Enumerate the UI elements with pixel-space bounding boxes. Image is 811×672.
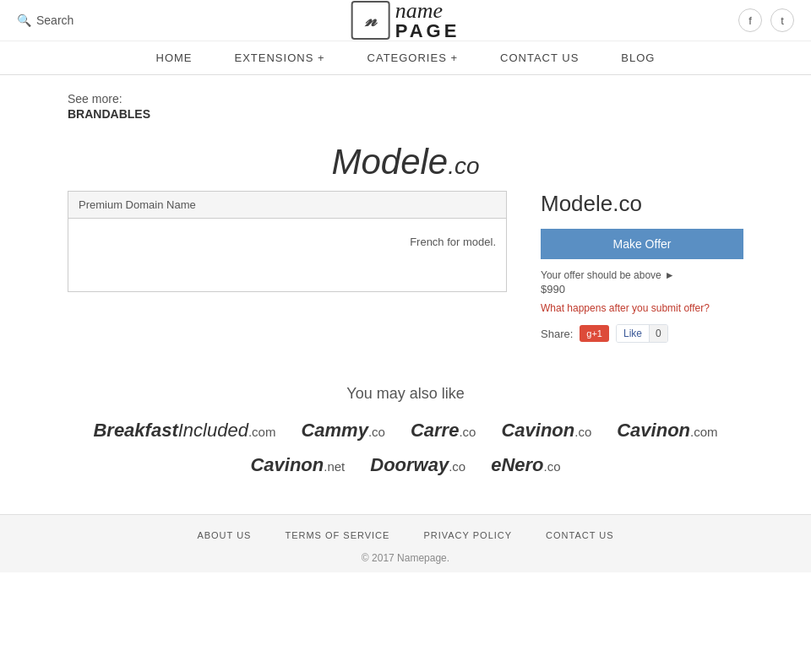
- nav-extensions[interactable]: EXTENSIONS +: [235, 51, 325, 64]
- list-item[interactable]: eNero.co: [491, 454, 560, 476]
- also-like-title: You may also like: [34, 385, 777, 403]
- main-nav: HOME EXTENSIONS + CATEGORIES + CONTACT U…: [0, 41, 811, 75]
- nav-blog[interactable]: BLOG: [621, 51, 655, 64]
- logo-name: name: [395, 0, 460, 22]
- domain-title: Modele.co: [331, 142, 479, 182]
- logo-icon: 𝓃: [351, 1, 390, 40]
- category-link[interactable]: BRANDABLES: [68, 107, 743, 121]
- arrow-icon: ►: [665, 269, 675, 281]
- logo-page: PAGE: [395, 22, 460, 41]
- list-item[interactable]: Cavinon.co: [501, 420, 591, 442]
- nav-categories[interactable]: CATEGORIES +: [367, 51, 458, 64]
- footer-links: ABOUT US TERMS OF SERVICE PRIVACY POLICY…: [0, 530, 811, 540]
- nav-home[interactable]: HOME: [156, 51, 193, 64]
- google-plus-button[interactable]: g+1: [580, 325, 609, 342]
- footer-privacy[interactable]: PRIVACY POLICY: [423, 530, 512, 540]
- footer-copyright: © 2017 Namepage.: [0, 552, 811, 564]
- fb-like-count: 0: [649, 325, 667, 342]
- offer-amount: $990: [541, 283, 743, 295]
- footer-terms[interactable]: TERMS OF SERVICE: [285, 530, 389, 540]
- domain-title-area: Modele.co: [0, 142, 811, 182]
- footer-contact[interactable]: CONTACT US: [546, 530, 614, 540]
- social-links: f t: [738, 8, 794, 32]
- offer-hint: Your offer should be above ►: [541, 269, 743, 281]
- domain-card-body: French for model.: [68, 219, 506, 286]
- domain-card: Premium Domain Name French for model.: [68, 191, 507, 292]
- domain-title-tld: .co: [448, 153, 479, 179]
- facebook-like: Like 0: [616, 324, 668, 343]
- list-item[interactable]: Doorway.co: [370, 454, 465, 476]
- offer-link[interactable]: What happens after you submit offer?: [541, 302, 743, 314]
- share-row: Share: g+1 Like 0: [541, 324, 743, 343]
- domain-grid-row2: Cavinon.net Doorway.co eNero.co: [34, 454, 777, 476]
- search-icon: 🔍: [17, 14, 31, 27]
- footer-about[interactable]: ABOUT US: [197, 530, 251, 540]
- main-content: Premium Domain Name French for model. Mo…: [0, 191, 811, 368]
- domain-name-display: Modele.co: [541, 191, 743, 217]
- list-item[interactable]: BreakfastIncluded.com: [93, 420, 275, 442]
- twitter-icon[interactable]: t: [770, 8, 794, 32]
- make-offer-button[interactable]: Make Offer: [541, 229, 743, 259]
- share-label: Share:: [541, 328, 573, 340]
- domain-card-header: Premium Domain Name: [68, 192, 506, 219]
- see-more-label: See more:: [68, 92, 122, 106]
- breadcrumb: See more: BRANDABLES: [0, 75, 811, 125]
- list-item[interactable]: Carre.co: [411, 420, 476, 442]
- also-like-section: You may also like BreakfastIncluded.com …: [0, 368, 811, 514]
- domain-grid: BreakfastIncluded.com Cammy.co Carre.co …: [34, 420, 777, 442]
- left-panel: Premium Domain Name French for model.: [68, 191, 507, 292]
- nav-contact[interactable]: CONTACT US: [500, 51, 579, 64]
- list-item[interactable]: Cavinon.com: [617, 420, 717, 442]
- footer: ABOUT US TERMS OF SERVICE PRIVACY POLICY…: [0, 514, 811, 572]
- footer-site-name[interactable]: Namepage.: [397, 552, 449, 564]
- fb-like-label[interactable]: Like: [617, 325, 649, 342]
- facebook-icon[interactable]: f: [738, 8, 762, 32]
- search-button[interactable]: 🔍 Search: [17, 14, 73, 27]
- list-item[interactable]: Cavinon.net: [250, 454, 345, 476]
- domain-title-name: Modele: [331, 142, 448, 182]
- list-item[interactable]: Cammy.co: [301, 420, 385, 442]
- site-logo[interactable]: 𝓃 name PAGE: [351, 0, 460, 41]
- header: 🔍 Search 𝓃 name PAGE f t: [0, 0, 811, 41]
- search-label: Search: [36, 14, 73, 27]
- right-panel: Modele.co Make Offer Your offer should b…: [541, 191, 743, 343]
